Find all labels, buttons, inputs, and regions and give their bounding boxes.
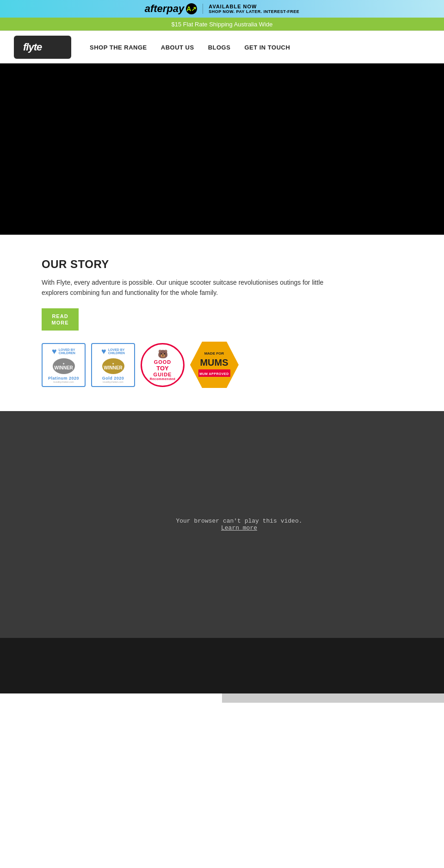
our-story-text: With Flyte, every adventure is possible.… — [42, 277, 347, 298]
made-for-mums-badge: MADE FOR MUMS MUM APPROVED — [190, 342, 239, 388]
shipping-bar: $15 Flat Rate Shipping Australia Wide — [0, 18, 444, 31]
afterpay-subtext: SHOP NOW. PAY LATER. INTEREST-FREE — [209, 9, 299, 14]
afterpay-banner: afterpay A↗ AVAILABLE NOW SHOP NOW. PAY … — [0, 0, 444, 18]
lbc-platinum-badge: ♥ LOVED BYCHILDREN ✦ WINNER Platinum 202… — [42, 343, 86, 387]
toy-guide-recommended: Recommended — [150, 377, 176, 381]
logo[interactable]: flyte — [14, 36, 71, 59]
toy-guide-good: GOOD — [154, 359, 172, 365]
shipping-text: $15 Flat Rate Shipping Australia Wide — [172, 21, 273, 28]
good-toy-guide-badge: 🐻 GOOD TOY GUIDE Recommended — [141, 343, 185, 387]
nav-link-contact[interactable]: GET IN TOUCH — [244, 44, 290, 51]
nav-link-shop[interactable]: SHOP THE RANGE — [90, 44, 147, 51]
video-container: Your browser can't play this video. Lear… — [37, 411, 441, 638]
toy-guide-bear-icon: 🐻 — [158, 349, 168, 359]
footer-dark — [0, 638, 444, 693]
lbc-winner-label: Platinum 2020 — [48, 376, 79, 381]
video-learn-more-link[interactable]: Learn more — [221, 525, 257, 531]
video-section: Your browser can't play this video. Lear… — [0, 411, 444, 638]
toy-guide-inner: 🐻 GOOD TOY GUIDE Recommended — [150, 349, 176, 381]
mums-badge-svg: MADE FOR MUMS MUM APPROVED — [190, 342, 239, 388]
footer-bottom-strip — [222, 693, 444, 703]
toy-guide-guide: GUIDE — [154, 372, 172, 377]
afterpay-logo: afterpay A↗ — [145, 3, 197, 15]
svg-text:MUMS: MUMS — [200, 357, 228, 368]
read-more-button[interactable]: READ MORE — [42, 308, 79, 331]
nav-item-shop[interactable]: SHOP THE RANGE — [90, 43, 147, 51]
lbc-gold-label: Gold 2020 — [102, 376, 124, 381]
afterpay-available-text: AVAILABLE NOW — [209, 4, 299, 9]
svg-text:MADE FOR: MADE FOR — [204, 351, 224, 356]
svg-text:flyte: flyte — [23, 41, 42, 53]
nav-links: SHOP THE RANGE ABOUT US BLOGS GET IN TOU… — [90, 43, 290, 51]
flyte-logo-svg: flyte — [19, 38, 66, 55]
nav-item-about[interactable]: ABOUT US — [161, 43, 194, 51]
nav-link-about[interactable]: ABOUT US — [161, 44, 194, 51]
lbc-circle-gold: ✦ WINNER — [102, 358, 124, 374]
afterpay-symbol: A↗ — [186, 3, 197, 14]
badges-row: ♥ LOVED BYCHILDREN ✦ WINNER Platinum 202… — [42, 342, 402, 388]
afterpay-divider — [203, 4, 203, 14]
nav-item-contact[interactable]: GET IN TOUCH — [244, 43, 290, 51]
toy-guide-toy: TOY — [156, 365, 169, 372]
afterpay-text: afterpay — [145, 3, 185, 15]
afterpay-info: AVAILABLE NOW SHOP NOW. PAY LATER. INTER… — [209, 4, 299, 14]
video-no-play-text: Your browser can't play this video. — [176, 518, 302, 525]
lbc-text-gold: LOVED BYCHILDREN — [108, 348, 125, 355]
our-story-section: OUR STORY With Flyte, every adventure is… — [0, 235, 444, 411]
hero-section — [0, 63, 444, 235]
lbc-site-platinum: lovedbychidren.com — [53, 381, 74, 383]
nav-link-blogs[interactable]: BLOGS — [208, 44, 231, 51]
nav-item-blogs[interactable]: BLOGS — [208, 43, 231, 51]
lbc-text-platinum: LOVED BYCHILDREN — [59, 348, 75, 355]
lbc-circle-platinum: ✦ WINNER — [53, 358, 75, 374]
svg-text:MUM APPROVED: MUM APPROVED — [199, 372, 229, 375]
lbc-site-gold: lovedbychidren.com — [103, 381, 123, 383]
nav-header: flyte SHOP THE RANGE ABOUT US BLOGS GET … — [0, 31, 444, 63]
our-story-title: OUR STORY — [42, 258, 402, 271]
lbc-gold-badge: ♥ LOVED BYCHILDREN ✦ WINNER Gold 2020 lo… — [91, 343, 135, 387]
